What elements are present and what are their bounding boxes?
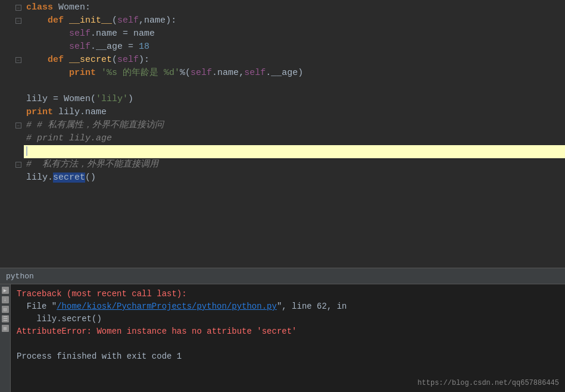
terminal-icon-2[interactable]: ↓	[2, 296, 9, 303]
code-line: self.__age = 18	[24, 40, 565, 54]
code-line	[24, 80, 565, 93]
watermark: https://blog.csdn.net/qq657886445	[417, 379, 559, 387]
code-line: # # 私有属性，外界不能直接访问	[24, 119, 565, 132]
terminal-line-exit: Process finished with exit code 1	[17, 350, 559, 363]
code-line: def __init__(self,name):	[24, 14, 565, 27]
code-line: print '%s 的年龄是 %d'%(self.name,self.__age…	[24, 67, 565, 80]
code-line: # print lily.age	[24, 132, 565, 145]
fold-icon-5[interactable]: −	[15, 57, 21, 63]
code-line-cursor	[24, 145, 565, 158]
terminal-icon-3[interactable]: ⊟	[2, 306, 9, 313]
code-lines: class Women: def __init__(self,name): se…	[24, 0, 565, 268]
terminal-header: python	[0, 268, 565, 284]
file-link[interactable]: /home/kiosk/PycharmProjects/python/pytho…	[57, 302, 277, 311]
fold-icon-2[interactable]: −	[15, 18, 21, 24]
terminal-line: Traceback (most recent call last):	[17, 288, 559, 300]
terminal-area: ▶ ↓ ⊟ ☰ ⊞ Traceback (most recent call la…	[0, 284, 565, 392]
line-gutter: − − − − −	[0, 0, 24, 268]
terminal-icon-5[interactable]: ⊞	[2, 325, 9, 332]
code-line: lily = Women('lily')	[24, 93, 565, 106]
code-line: # 私有方法，外界不能直接调用	[24, 158, 565, 171]
fold-icon-1[interactable]: −	[15, 5, 21, 11]
fold-icon-12[interactable]: −	[15, 162, 21, 168]
terminal-lang-label: python	[6, 272, 34, 281]
terminal-line: lily.secret()	[17, 313, 559, 325]
terminal-line: File "/home/kiosk/PycharmProjects/python…	[17, 300, 559, 313]
terminal-icon-1[interactable]: ▶	[2, 287, 9, 294]
code-editor: − − − − − class Women: def __init__(self…	[0, 0, 565, 268]
terminal-line-error: AttributeError: Women instance has no at…	[17, 325, 559, 338]
terminal-icon-4[interactable]: ☰	[2, 315, 9, 322]
fold-icon-9[interactable]: −	[15, 123, 21, 128]
terminal-sidebar: ▶ ↓ ⊟ ☰ ⊞	[0, 284, 11, 392]
code-line: class Women:	[24, 1, 565, 14]
code-line: lily.secret()	[24, 171, 565, 184]
code-line: def __secret(self):	[24, 54, 565, 67]
terminal-line	[17, 338, 559, 350]
code-line: self.name = name	[24, 27, 565, 40]
code-line: print lily.name	[24, 106, 565, 119]
terminal-output: Traceback (most recent call last): File …	[11, 284, 565, 366]
